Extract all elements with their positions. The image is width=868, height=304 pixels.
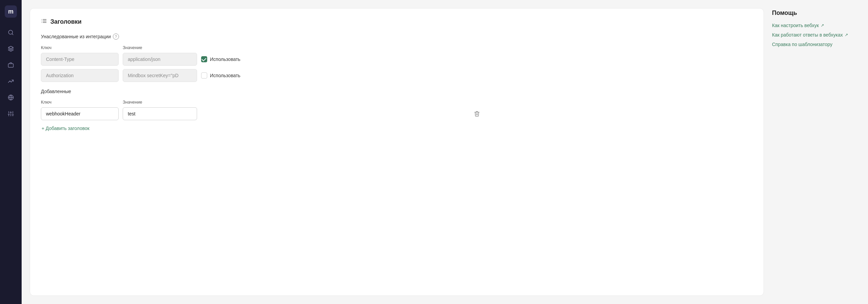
added-field-headers: Ключ Значение	[41, 100, 753, 105]
inherited-row-1: Использовать	[41, 53, 753, 66]
logo[interactable]: m	[5, 5, 17, 18]
sidebar-icon-layers[interactable]	[4, 42, 18, 56]
sidebar-icon-globe[interactable]	[4, 91, 18, 104]
add-header-label: + Добавить заголовок	[42, 126, 90, 131]
inherited-value-2[interactable]	[123, 69, 197, 82]
help-panel: Помощь Как настроить вебхук ↗ Как работа…	[772, 8, 860, 296]
added-section-title: Добавленные	[41, 89, 753, 94]
headers-card: Заголовки Унаследованные из интеграции ?…	[30, 8, 764, 296]
external-icon-1: ↗	[821, 23, 824, 28]
checkbox-2[interactable]	[201, 72, 207, 79]
sidebar-icon-sliders[interactable]	[4, 107, 18, 121]
inherited-row-2: Использовать	[41, 69, 753, 82]
inherited-use-2: Использовать	[201, 72, 753, 79]
sidebar-icon-chart[interactable]	[4, 74, 18, 88]
external-icon-2: ↗	[845, 32, 848, 37]
add-header-button[interactable]: + Добавить заголовок	[41, 124, 90, 133]
sidebar-icon-search[interactable]	[4, 26, 18, 39]
value-header: Значение	[123, 45, 197, 50]
field-headers: Ключ Значение	[41, 45, 753, 50]
added-value-1[interactable]	[123, 107, 197, 120]
svg-line-1	[12, 34, 13, 35]
help-link-3[interactable]: Справка по шаблонизатору	[772, 42, 860, 47]
help-icon[interactable]: ?	[113, 34, 119, 40]
added-row-1	[41, 107, 753, 120]
main-content: Заголовки Унаследованные из интеграции ?…	[22, 0, 868, 304]
checkbox-1[interactable]	[201, 56, 207, 62]
inherited-use-1: Использовать	[201, 56, 753, 62]
added-key-1[interactable]	[41, 107, 119, 120]
delete-row-1-button[interactable]	[201, 109, 753, 119]
list-icon	[41, 18, 47, 25]
sidebar: m	[0, 0, 22, 304]
inherited-section-title: Унаследованные из интеграции ?	[41, 34, 753, 40]
inherited-key-1[interactable]	[41, 53, 119, 66]
help-link-2[interactable]: Как работают ответы в вебхуках ↗	[772, 32, 860, 38]
inherited-key-2[interactable]	[41, 69, 119, 82]
card-title: Заголовки	[50, 18, 81, 25]
svg-marker-2	[8, 46, 14, 49]
inherited-value-1[interactable]	[123, 53, 197, 66]
added-value-header: Значение	[123, 100, 197, 105]
help-title: Помощь	[772, 9, 860, 17]
sidebar-icon-briefcase[interactable]	[4, 58, 18, 72]
help-link-1[interactable]: Как настроить вебхук ↗	[772, 23, 860, 28]
key-header: Ключ	[41, 45, 119, 50]
svg-rect-3	[8, 64, 14, 67]
card-header: Заголовки	[41, 18, 753, 25]
added-key-header: Ключ	[41, 100, 119, 105]
